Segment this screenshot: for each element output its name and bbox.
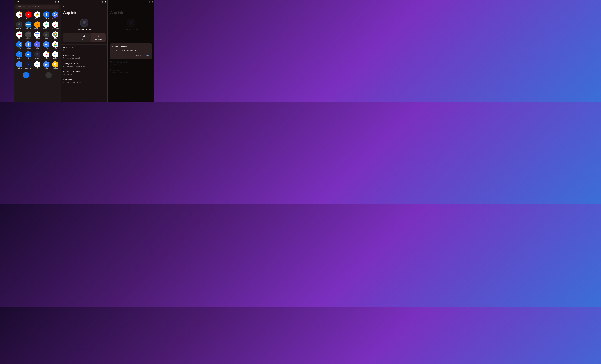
amazonmusic-icon: music (25, 21, 31, 28)
gmail2-label: Gmail (42, 58, 50, 59)
app-amazonshopping[interactable]: a Amazon S... (33, 21, 41, 30)
mobiledata-section[interactable]: Mobile data & Wi-Fi No data used (61, 69, 108, 77)
google-icon: G (52, 51, 59, 58)
screentime-title: Screen time (63, 79, 105, 81)
dialog-overlay: ActionTaimanin Do you want to uninstall … (108, 0, 154, 102)
app-camera[interactable]: Camera (42, 31, 50, 40)
app-applemusic[interactable]: Apple Music (51, 21, 60, 30)
mail-icon: M (53, 1, 54, 2)
cancel-button[interactable]: Cancel (135, 54, 143, 57)
svg-rect-50 (27, 54, 29, 54)
camera-icon (43, 31, 50, 38)
search-bar[interactable]: ⋮ (15, 5, 59, 9)
ok-button[interactable]: OK (145, 54, 150, 57)
search-input[interactable] (17, 6, 55, 8)
app-discord[interactable]: Discord (33, 41, 41, 50)
calendar-label: Calendar (33, 38, 41, 40)
app-gpay[interactable]: GP GPay (33, 61, 41, 70)
more-options-icon[interactable]: ⋮ (55, 6, 58, 8)
chrome-label: Chrome (51, 38, 59, 40)
app-chrome[interactable]: Chrome (51, 31, 60, 40)
screentime-section[interactable]: Screen time Less than 1 minute today (61, 77, 108, 85)
open-button[interactable]: ⬡ Open (63, 33, 77, 42)
uninstall-dialog: ActionTaimanin Do you want to uninstall … (110, 43, 152, 59)
dialog-title: ActionTaimanin (112, 46, 150, 48)
app-youtube[interactable]: YouTube (24, 11, 32, 20)
genshin-icon: ✦ (34, 51, 40, 58)
status-icons-1: M ▣ ▲ ▮ (53, 1, 59, 3)
permissions-title: Permissions (63, 54, 105, 57)
app-info-name-2: ActionTaimanin (77, 28, 91, 31)
permissions-section[interactable]: Permissions No permissions granted (61, 52, 108, 61)
app-docs[interactable]: Docs (42, 41, 50, 50)
chrome-icon (52, 31, 59, 38)
files-icon (25, 51, 31, 58)
facebook2-label: Facebook (15, 58, 23, 59)
svg-text:14: 14 (36, 34, 38, 36)
svg-point-14 (55, 25, 56, 25)
back-button-2[interactable]: ← (61, 4, 108, 9)
screentime-sub: Less than 1 minute today (63, 81, 105, 83)
discord-label: Discord (33, 48, 41, 50)
app-files[interactable]: Files (24, 51, 32, 60)
app-photos[interactable]: Photos (33, 11, 41, 20)
app-googletv[interactable]: TV Google TV (24, 61, 32, 70)
app-amazonmusic[interactable]: music Amazon M... (24, 21, 32, 30)
mobiledata-sub: No data used (63, 73, 105, 75)
forcestop-button[interactable]: ⚠ Force stop (91, 33, 106, 42)
googletv-icon: TV (25, 61, 31, 68)
wifi-icon-2: ▲ (103, 1, 105, 2)
app-home[interactable]: Home (42, 61, 50, 70)
svg-text:GP: GP (36, 64, 38, 65)
googleone-icon: 1 (16, 61, 22, 68)
clock-icon (16, 41, 22, 48)
app-androidauto[interactable]: Android A... (42, 21, 50, 30)
applemusic-label: Apple Music (51, 28, 59, 30)
app-facebook[interactable]: f Facebook (42, 11, 50, 20)
notifications-section[interactable]: Notifications Off (61, 44, 108, 52)
amazonshopping-icon: a (34, 21, 40, 28)
storage-title: Storage & cache (63, 62, 105, 65)
gmail2-badge: ! (48, 51, 49, 53)
battery-icon-2: ▮ (105, 1, 106, 3)
svg-text:👤: 👤 (19, 23, 20, 25)
app-gmail[interactable]: ! Gmail (15, 11, 23, 20)
gmail-badge: ! (20, 12, 22, 13)
app-contacts[interactable]: Contacts (24, 41, 32, 50)
storage-section[interactable]: Storage & cache 3.59 GB used in internal… (61, 61, 108, 69)
notifications-title: Notifications (63, 46, 105, 49)
amazonmusic-label: Amazon M... (24, 28, 32, 30)
gpay-label: GPay (33, 68, 41, 69)
dialog-buttons: Cancel OK (112, 54, 150, 57)
app-google[interactable]: G Google (51, 51, 60, 60)
app-actiontaimanin[interactable]: 👤 ActionTai... (15, 21, 23, 30)
app-genshin[interactable]: ✦ Genshin I... (33, 51, 41, 60)
home-icon (43, 61, 50, 68)
app-calendar[interactable]: 14 Calendar (33, 31, 41, 40)
clock-label: Clock (15, 48, 23, 50)
status-icons-2: M ▣ ▲ ▮ (100, 1, 106, 3)
docs-icon (43, 41, 50, 48)
app-facebook2[interactable]: f Facebook (15, 51, 23, 60)
app-info-title-2: App info (61, 9, 108, 17)
gmail-icon: ! (16, 11, 22, 18)
svg-rect-66 (46, 65, 47, 66)
app-googleone[interactable]: 1 Google One (15, 61, 23, 70)
svg-point-71 (83, 20, 86, 24)
svg-point-27 (46, 34, 47, 35)
app-partial-1 (15, 71, 37, 80)
svg-point-9 (54, 13, 57, 16)
app-calculator[interactable]: － ×＋ ÷ Calculator (24, 31, 32, 40)
app-keepnotes[interactable]: Keep Notes (51, 61, 60, 70)
app-clock[interactable]: Clock (15, 41, 23, 50)
app-messenger[interactable]: Messenger (51, 11, 60, 20)
androidauto-icon (43, 21, 50, 28)
app-info-icon-section-2: ActionTaimanin (61, 17, 108, 33)
svg-point-31 (55, 34, 56, 35)
app-gmail2[interactable]: ! Gmail (42, 51, 50, 60)
app-drive[interactable]: Drive (51, 41, 60, 50)
uninstall-button[interactable]: 🗑 Uninstall (77, 33, 91, 42)
bofa-label: BofA (15, 38, 23, 40)
facebook2-icon: f (16, 51, 22, 58)
app-bofa[interactable]: BofA (15, 31, 23, 40)
